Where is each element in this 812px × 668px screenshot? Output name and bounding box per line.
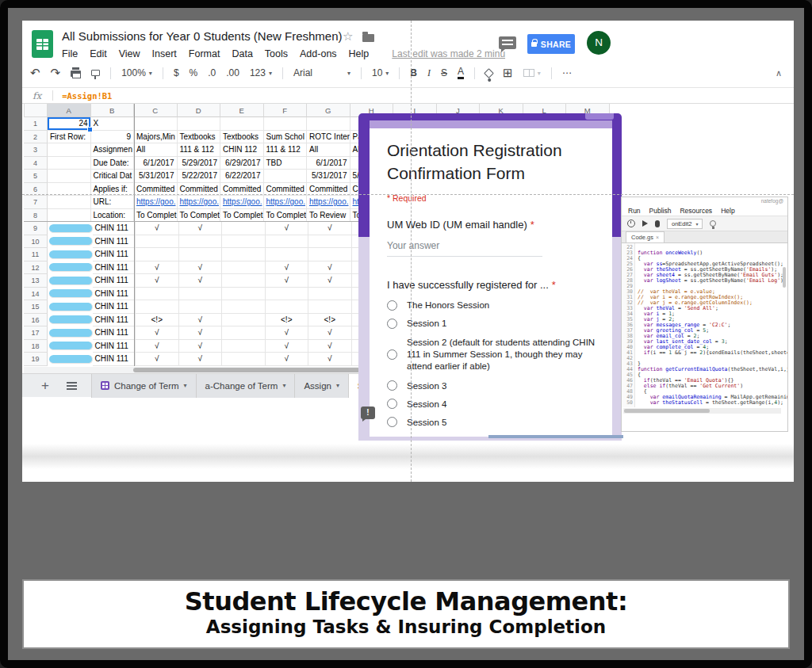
cell-G3[interactable]: All: [307, 143, 350, 157]
cell-G10[interactable]: [308, 235, 352, 249]
row-header-7[interactable]: 7: [24, 196, 48, 209]
cell-B7[interactable]: URL:: [91, 196, 135, 209]
cell-F18[interactable]: √: [266, 340, 309, 353]
cell-F10[interactable]: [266, 235, 309, 249]
cell-D3[interactable]: 111 & 112: [178, 143, 221, 157]
cell-A5[interactable]: [48, 170, 91, 183]
cell-A1[interactable]: 24: [48, 117, 91, 131]
avatar[interactable]: N: [587, 31, 611, 55]
cell-A13[interactable]: [49, 277, 93, 285]
cell-E4[interactable]: 6/29/2017: [220, 157, 264, 170]
cell-E18[interactable]: [222, 340, 266, 353]
cell-D8[interactable]: To Complet: [178, 209, 221, 223]
radio-icon[interactable]: [387, 319, 397, 329]
radio-option-session-5[interactable]: Session 5: [387, 417, 598, 427]
radio-option-session-2[interactable]: Session 2 (default for students attendin…: [387, 337, 598, 373]
feedback-icon[interactable]: !: [361, 407, 375, 419]
cell-E15[interactable]: [222, 300, 266, 314]
script-tab-code-gs[interactable]: Code.gs ×: [626, 231, 665, 242]
cell-E16[interactable]: [222, 314, 266, 327]
code-vertical-scrollbar[interactable]: [783, 267, 786, 288]
cell-D12[interactable]: √: [179, 261, 223, 275]
cell-E2[interactable]: Textbooks: [220, 131, 264, 144]
cell-G9[interactable]: √: [308, 222, 352, 235]
cell-B13[interactable]: CHIN 111: [93, 274, 136, 288]
cell-F5[interactable]: [264, 170, 308, 183]
scrollbar-thumb[interactable]: [133, 368, 360, 372]
menu-data[interactable]: Data: [232, 48, 252, 59]
comment-icon[interactable]: [499, 36, 516, 49]
cell-C5[interactable]: 5/31/2017: [134, 170, 178, 183]
cell-A19[interactable]: [49, 355, 93, 364]
script-menu-run[interactable]: Run: [628, 207, 641, 215]
format-currency-button[interactable]: $: [174, 67, 179, 78]
cell-E9[interactable]: [222, 222, 266, 235]
font-select[interactable]: Arial▾: [293, 67, 350, 78]
cell-F9[interactable]: √: [266, 222, 309, 235]
cell-G18[interactable]: √: [308, 340, 352, 353]
cell-F11[interactable]: [266, 248, 309, 261]
collapse-toolbar-button[interactable]: ∧: [776, 68, 782, 78]
cell-F17[interactable]: √: [266, 326, 309, 340]
star-icon[interactable]: ☆: [343, 29, 353, 44]
cell-E14[interactable]: [222, 288, 266, 301]
sheet-tab-assign[interactable]: Assign▾: [295, 374, 349, 398]
debug-bug-icon[interactable]: [655, 220, 660, 227]
cell-A15[interactable]: [49, 303, 93, 311]
cell-B9[interactable]: CHIN 111: [93, 222, 136, 235]
decrease-decimal-button[interactable]: .0: [208, 67, 216, 78]
cell-G17[interactable]: √: [308, 326, 352, 340]
cell-G7[interactable]: https://goo.: [307, 196, 350, 209]
cell-D1[interactable]: [178, 117, 221, 131]
cell-C1[interactable]: [134, 117, 178, 131]
cell-G16[interactable]: <!>: [308, 314, 352, 327]
cell-D14[interactable]: [179, 288, 223, 301]
script-menu-resources[interactable]: Resources: [680, 207, 712, 215]
radio-icon[interactable]: [387, 399, 397, 409]
share-button[interactable]: SHARE: [527, 34, 575, 54]
code-lines[interactable]: function onceWeekly(){ var ss=Spreadshee…: [635, 243, 787, 407]
cell-D9[interactable]: √: [179, 222, 223, 235]
cell-C13[interactable]: √: [136, 274, 179, 288]
column-header-B[interactable]: B: [91, 104, 135, 117]
cell-F8[interactable]: To Complet: [264, 209, 308, 223]
cell-B1[interactable]: X: [91, 117, 135, 131]
redo-button[interactable]: ↷: [51, 66, 61, 80]
function-select[interactable]: onEdit2 ▾: [667, 219, 703, 229]
column-header-C[interactable]: C: [134, 104, 178, 117]
cell-F15[interactable]: [266, 300, 309, 314]
row-header-3[interactable]: 3: [24, 143, 48, 157]
row-header-1[interactable]: 1: [24, 117, 48, 131]
row-header-15[interactable]: 15: [24, 300, 48, 314]
cell-A8[interactable]: [48, 209, 91, 223]
column-header-G[interactable]: G: [307, 104, 350, 117]
cell-B16[interactable]: CHIN 111: [93, 314, 136, 327]
cell-G2[interactable]: ROTC Inter: [307, 131, 350, 144]
cell-B4[interactable]: Due Date:: [91, 157, 135, 170]
merge-cells-button[interactable]: ▾: [523, 69, 541, 77]
row-header-10[interactable]: 10: [24, 235, 48, 249]
cell-E11[interactable]: [222, 248, 266, 261]
cell-G11[interactable]: [308, 248, 352, 261]
borders-button[interactable]: ⊞: [503, 66, 513, 80]
cell-F12[interactable]: √: [266, 261, 309, 275]
cell-E5[interactable]: 6/22/2017: [220, 170, 264, 183]
cell-F16[interactable]: <!>: [266, 314, 309, 327]
cell-A17[interactable]: [49, 329, 93, 338]
cell-B11[interactable]: CHIN 111: [93, 248, 136, 261]
menu-file[interactable]: File: [62, 48, 78, 59]
menu-edit[interactable]: Edit: [90, 48, 107, 59]
cell-B17[interactable]: CHIN 111: [93, 326, 136, 340]
radio-icon[interactable]: [387, 380, 397, 391]
horizontal-scrollbar[interactable]: [24, 367, 360, 373]
zoom-select[interactable]: 100%▾: [121, 67, 152, 78]
cell-B5[interactable]: Critical Dat: [91, 170, 135, 183]
cell-C17[interactable]: √: [136, 326, 179, 340]
cell-A18[interactable]: [49, 342, 93, 350]
cell-B18[interactable]: CHIN 111: [93, 340, 136, 353]
cell-F4[interactable]: TBD: [264, 157, 308, 170]
cell-G14[interactable]: [308, 288, 352, 301]
lightbulb-icon[interactable]: [710, 220, 716, 227]
cell-E1[interactable]: [220, 117, 264, 131]
radio-icon[interactable]: [387, 417, 397, 427]
